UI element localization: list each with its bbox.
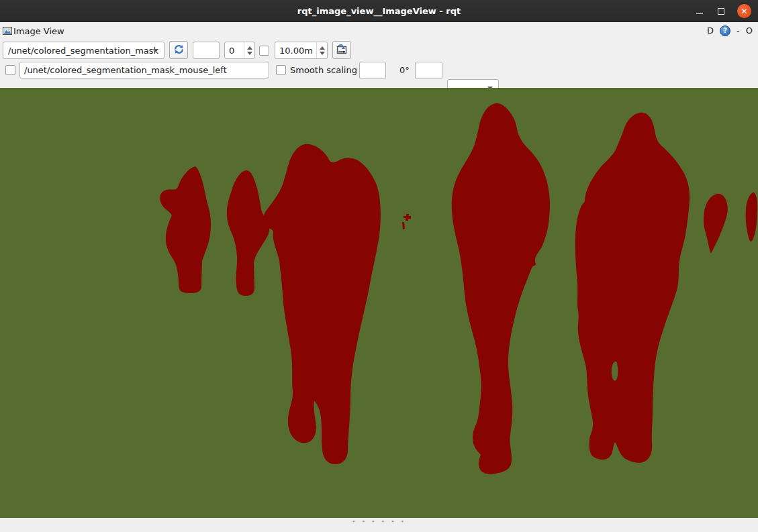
- mouse-topic-value: /unet/colored_segmentation_mask_mouse_le…: [24, 65, 227, 75]
- rqt-window: rqt_image_view__ImageView - rqt ✕ Image …: [0, 0, 758, 532]
- window-close-button[interactable]: ✕: [737, 4, 751, 18]
- topic-select-dropdown[interactable]: /unet/colored_segmentation_mask: [3, 42, 164, 59]
- refresh-icon: [173, 44, 185, 57]
- smooth-scaling-checkbox[interactable]: [276, 65, 286, 75]
- dock-minimize-button[interactable]: -: [737, 25, 740, 36]
- window-maximize-button[interactable]: [714, 4, 728, 18]
- depth-range-checkbox[interactable]: [259, 46, 269, 56]
- image-display-area[interactable]: [0, 88, 758, 518]
- maximize-icon: [718, 8, 724, 15]
- window-title: rqt_image_view__ImageView - rqt: [0, 0, 758, 22]
- rotation-field-2[interactable]: [415, 62, 442, 79]
- dock-detach-button[interactable]: D: [707, 25, 714, 36]
- spin-up-icon[interactable]: [247, 46, 252, 50]
- spin-down-icon[interactable]: [320, 52, 325, 55]
- help-icon[interactable]: ?: [720, 25, 730, 36]
- mouse-topic-field[interactable]: /unet/colored_segmentation_mask_mouse_le…: [19, 62, 269, 78]
- gridlines-value: 0: [225, 42, 244, 58]
- window-titlebar: rqt_image_view__ImageView - rqt ✕: [0, 0, 758, 22]
- spin-down-icon[interactable]: [247, 52, 252, 55]
- spin-up-icon[interactable]: [320, 46, 325, 50]
- refresh-topics-button[interactable]: [169, 41, 188, 59]
- publish-click-location-checkbox[interactable]: [5, 65, 15, 75]
- window-minimize-button[interactable]: [692, 4, 706, 18]
- save-image-button[interactable]: [332, 41, 351, 59]
- close-icon: ✕: [741, 7, 747, 15]
- dock-close-button[interactable]: O: [746, 25, 753, 36]
- rotation-field-1[interactable]: [359, 62, 386, 79]
- chevron-down-icon: [153, 49, 158, 52]
- plugin-title: Image View: [13, 26, 64, 36]
- topic-select-value: /unet/colored_segmentation_mask: [8, 46, 158, 56]
- plugin-dock-bar: Image View D ? - O: [0, 22, 758, 41]
- image-view-icon: [2, 25, 13, 36]
- zoom-field[interactable]: [193, 42, 220, 59]
- status-bar: ∙ ∙ ∙ ∙ ∙ ∙: [0, 518, 758, 532]
- segmentation-svg: [0, 88, 758, 518]
- max-range-value: 10.00m: [275, 42, 316, 58]
- gridlines-spinbox[interactable]: 0: [224, 42, 255, 59]
- max-range-spinbox[interactable]: 10.00m: [275, 42, 328, 59]
- save-image-icon: [336, 44, 348, 57]
- rotation-degree-label: 0°: [399, 65, 410, 75]
- smooth-scaling-label: Smooth scaling: [290, 65, 357, 75]
- splitter-handle[interactable]: ∙ ∙ ∙ ∙ ∙ ∙: [0, 519, 758, 524]
- minimize-icon: [696, 13, 703, 14]
